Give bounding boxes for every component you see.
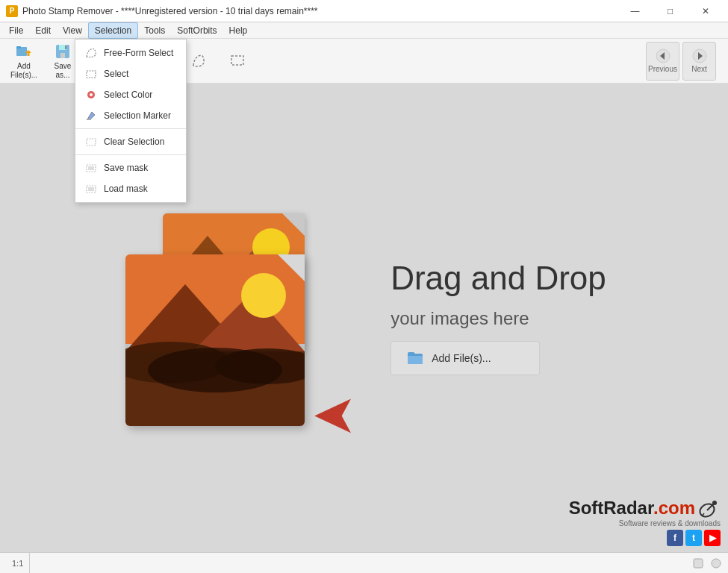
select-rect-button[interactable] [220,42,255,81]
illustration: ➤ [122,202,346,433]
save-mask-item[interactable]: Save mask [75,157,186,178]
youtube-icon[interactable]: ▶ [704,530,721,546]
save-as-label: Saveas... [55,62,72,80]
selection-marker-label: Selection Marker [104,110,171,121]
selection-dropdown-menu: Free-Form Select Select Select Color Sel… [75,39,187,203]
svg-rect-8 [231,56,243,65]
status-icon-2 [710,557,722,569]
save-mask-icon [84,161,98,175]
app-icon: P [6,5,18,17]
add-files-label: AddFile(s)... [10,62,37,80]
title-bar-controls: — □ ✕ [618,1,722,22]
drop-text-area: Drag and Drop your images here Add File(… [391,260,606,375]
select-icon [84,67,98,81]
save-icon [54,43,72,60]
load-mask-icon [84,182,98,195]
load-mask-item[interactable]: Load mask [75,178,186,199]
previous-icon [656,48,671,63]
menu-separator-1 [75,128,186,129]
select-color-label: Select Color [104,90,152,100]
select-rect-icon [228,51,246,69]
drop-zone-container: ➤ Drag and Drop your images here Add Fil… [122,202,606,433]
select-color-item[interactable]: Select Color [75,84,186,105]
free-form-select-item[interactable]: Free-Form Select [75,43,186,63]
add-files-main-label: Add File(s)... [432,352,491,364]
drag-drop-subtitle: your images here [391,308,529,329]
menu-selection[interactable]: Selection [88,22,138,39]
menu-help[interactable]: Help [223,22,254,39]
fold-corner [282,213,305,236]
select-item[interactable]: Select [75,63,186,84]
add-files-main-button[interactable]: Add File(s)... [391,341,540,375]
clear-selection-item[interactable]: Clear Selection [75,131,186,152]
title-bar-text: Photo Stamp Remover - ****Unregistered v… [22,6,618,16]
svg-rect-5 [65,46,66,49]
selection-marker-icon [84,109,98,122]
svg-rect-17 [88,166,94,170]
maximize-button[interactable]: □ [653,1,687,22]
zoom-segment: 1:1 [6,553,30,573]
selection-marker-item[interactable]: Selection Marker [75,105,186,126]
status-bar: 1:1 [0,552,728,573]
clear-selection-icon [84,135,98,148]
social-icons: f t ▶ [667,530,721,546]
menu-view[interactable]: View [57,22,88,39]
add-files-button[interactable]: AddFile(s)... [6,42,42,81]
title-bar: P Photo Stamp Remover - ****Unregistered… [0,0,728,22]
fold-corner-front [278,254,305,281]
svg-rect-41 [694,559,703,568]
svg-rect-1 [16,46,21,48]
next-icon [692,48,707,63]
next-button[interactable]: Next [682,42,716,81]
facebook-icon[interactable]: f [667,530,683,546]
svg-rect-11 [87,71,96,78]
menu-file[interactable]: File [3,22,29,39]
menu-separator-2 [75,154,186,155]
menu-edit[interactable]: Edit [29,22,57,39]
zoom-label: 1:1 [12,559,23,568]
free-form-icon [190,51,208,69]
svg-point-39 [712,501,717,505]
svg-point-13 [90,93,93,96]
folder-icon [406,349,424,367]
select-label: Select [104,69,128,79]
menu-tools[interactable]: Tools [138,22,171,39]
save-mask-label: Save mask [104,163,148,173]
next-label: Next [691,65,707,73]
brand-tagline: Software reviews & downloads [619,519,721,527]
svg-rect-14 [87,119,91,120]
svg-rect-19 [88,187,94,191]
svg-rect-4 [60,53,65,58]
svg-point-36 [148,348,282,392]
brand-name: SoftRadar.com [569,498,695,519]
status-icon-1 [692,557,704,569]
minimize-button[interactable]: — [618,1,652,22]
free-form-select-label: Free-Form Select [104,48,173,58]
satellite-icon [698,497,721,519]
svg-rect-15 [87,139,96,145]
load-mask-label: Load mask [104,184,148,194]
free-form-select-icon [84,46,98,60]
brand-area: SoftRadar.com Software reviews & downloa… [569,497,721,546]
select-color-icon [84,88,98,101]
add-files-icon [15,43,33,60]
twitter-icon[interactable]: t [685,530,702,546]
svg-point-42 [712,559,721,568]
nav-buttons: Previous Next [646,42,716,81]
clear-selection-label: Clear Selection [104,137,164,147]
cursor-icon: ➤ [312,387,357,441]
img-card-front [125,254,305,426]
menu-bar: File Edit View Selection Tools SoftOrbit… [0,22,728,39]
close-button[interactable]: ✕ [688,1,722,22]
drag-drop-title: Drag and Drop [391,260,606,296]
menu-softorbits[interactable]: SoftOrbits [171,22,223,39]
previous-button[interactable]: Previous [646,42,679,81]
previous-label: Previous [648,65,677,73]
status-right [692,557,722,569]
